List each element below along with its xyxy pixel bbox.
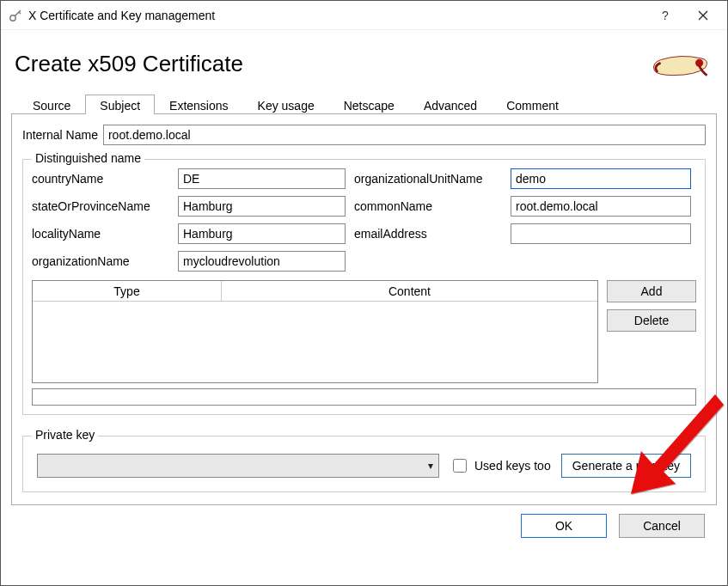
used-keys-too-checkbox[interactable]: Used keys too [450, 456, 551, 475]
private-key-group: Private key ▾ Used keys too Generate a n… [22, 436, 706, 492]
private-key-legend: Private key [32, 428, 98, 442]
used-keys-too-input[interactable] [453, 459, 467, 473]
distinguished-name-legend: Distinguished name [32, 151, 144, 165]
tab-netscape[interactable]: Netscape [329, 95, 409, 114]
tab-panel-subject: Internal Name Distinguished name country… [11, 113, 717, 505]
dn-detail-strip[interactable] [32, 388, 696, 406]
locality-name-input[interactable] [178, 223, 346, 244]
country-name-label: countryName [32, 172, 169, 186]
extra-dn-table-header: Type Content [33, 281, 597, 302]
chevron-down-icon: ▾ [428, 460, 433, 472]
col-content-header[interactable]: Content [222, 281, 597, 301]
extra-dn-table-body[interactable] [33, 302, 597, 382]
email-input[interactable] [511, 223, 691, 244]
dialog-footer: OK Cancel [11, 505, 717, 538]
dialog-content: Create x509 Certificate Source Subject E… [1, 30, 727, 585]
locality-name-label: localityName [32, 227, 169, 241]
tab-extensions[interactable]: Extensions [155, 95, 242, 114]
title-bar: X Certificate and Key management ? [1, 1, 727, 30]
tab-bar: Source Subject Extensions Key usage Nets… [18, 89, 717, 113]
window-title: X Certificate and Key management [23, 9, 646, 22]
tab-subject[interactable]: Subject [85, 95, 155, 114]
help-button[interactable]: ? [646, 1, 684, 30]
used-keys-too-label: Used keys too [474, 459, 551, 473]
common-name-input[interactable] [511, 196, 691, 217]
state-name-input[interactable] [178, 196, 346, 217]
close-button[interactable] [684, 1, 722, 30]
tab-source[interactable]: Source [18, 95, 85, 114]
svg-line-2 [19, 12, 21, 14]
ou-name-input[interactable] [511, 168, 691, 189]
tab-advanced[interactable]: Advanced [409, 95, 492, 114]
tab-key-usage[interactable]: Key usage [243, 95, 329, 114]
org-name-label: organizationName [32, 254, 169, 268]
country-name-input[interactable] [178, 168, 346, 189]
email-label: emailAddress [354, 227, 502, 241]
internal-name-label: Internal Name [22, 128, 98, 142]
private-key-select[interactable]: ▾ [37, 454, 439, 478]
app-window: X Certificate and Key management ? Creat… [0, 0, 728, 586]
cancel-button[interactable]: Cancel [619, 514, 705, 538]
state-name-label: stateOrProvinceName [32, 199, 169, 213]
common-name-label: commonName [354, 199, 502, 213]
scroll-logo-icon [650, 48, 717, 83]
page-title: Create x509 Certificate [15, 51, 650, 77]
svg-point-0 [10, 15, 15, 20]
delete-button[interactable]: Delete [607, 309, 696, 332]
col-type-header[interactable]: Type [33, 281, 222, 301]
extra-dn-table[interactable]: Type Content [32, 280, 598, 383]
ok-button[interactable]: OK [521, 514, 607, 538]
svg-point-5 [695, 59, 703, 67]
org-name-input[interactable] [178, 251, 346, 272]
internal-name-input[interactable] [103, 125, 706, 145]
add-button[interactable]: Add [607, 280, 696, 302]
distinguished-name-group: Distinguished name countryName organizat… [22, 159, 706, 415]
tab-comment[interactable]: Comment [492, 95, 573, 114]
app-key-icon [8, 8, 23, 23]
generate-new-key-button[interactable]: Generate a new key [561, 454, 691, 478]
ou-name-label: organizationalUnitName [354, 172, 502, 186]
